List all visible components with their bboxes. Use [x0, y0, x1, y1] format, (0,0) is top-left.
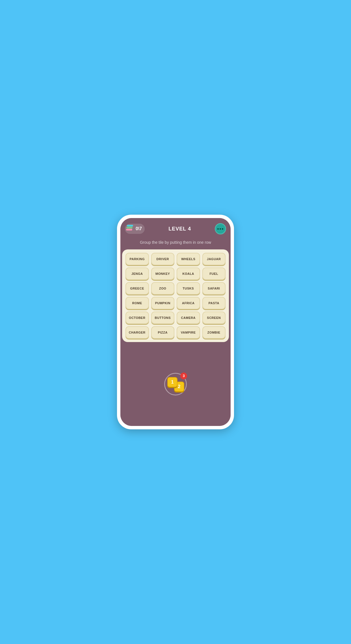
- tile-october[interactable]: OCTOBER: [125, 312, 149, 324]
- dot-1: [217, 228, 219, 230]
- tile-zoo[interactable]: ZOO: [151, 282, 175, 295]
- tile-safari[interactable]: SAFARI: [202, 282, 226, 295]
- tile-rome[interactable]: ROME: [125, 297, 149, 309]
- dot-2: [220, 228, 221, 230]
- tile-screen[interactable]: SCREEN: [202, 312, 226, 324]
- tile-koala[interactable]: KOALA: [177, 267, 200, 280]
- tile-greece[interactable]: GREECE: [125, 282, 149, 295]
- level-title: LEVEL 4: [168, 226, 191, 232]
- score-circle: 1 2 3: [164, 373, 187, 395]
- score-badge: 0\7: [125, 224, 145, 234]
- layers-icon: [126, 225, 134, 233]
- instruction-text: Group the tile by putting them in one ro…: [120, 237, 231, 249]
- tile-pumpkin[interactable]: PUMPKIN: [151, 297, 175, 309]
- tile-zombie[interactable]: ZOMBIE: [202, 326, 226, 339]
- mini-tile-1: 1: [167, 377, 177, 387]
- tile-fuel[interactable]: FUEL: [202, 267, 226, 280]
- tile-jenga[interactable]: JENGA: [125, 267, 149, 280]
- tile-driver[interactable]: DRIVER: [151, 253, 175, 265]
- tile-wheels[interactable]: WHEELS: [177, 253, 200, 265]
- tile-pasta[interactable]: PASTA: [202, 297, 226, 309]
- phone-frame: 0\7 LEVEL 4 Group the tile by putting th…: [117, 215, 234, 429]
- tile-monkey[interactable]: MONKEY: [151, 267, 175, 280]
- tile-africa[interactable]: AFRICA: [177, 297, 200, 309]
- bottom-area: 1 2 3: [120, 342, 231, 426]
- tile-pizza[interactable]: PIZZA: [151, 326, 175, 339]
- tile-parking[interactable]: PARKING: [125, 253, 149, 265]
- tile-grid: PARKINGDRIVERWHEELSJAGUARJENGAMONKEYKOAL…: [122, 249, 229, 342]
- header: 0\7 LEVEL 4: [120, 218, 231, 237]
- score-display: 0\7: [136, 226, 142, 231]
- score-tiles-container: 1 2 3: [164, 373, 187, 395]
- dot-3: [222, 228, 223, 230]
- tile-tusks[interactable]: TUSKS: [177, 282, 200, 295]
- menu-button[interactable]: [215, 223, 226, 234]
- tile-jaguar[interactable]: JAGUAR: [202, 253, 226, 265]
- phone-inner: 0\7 LEVEL 4 Group the tile by putting th…: [120, 218, 231, 426]
- tile-vampire[interactable]: VAMPIRE: [177, 326, 200, 339]
- tile-buttons[interactable]: BUTTONS: [151, 312, 175, 324]
- tile-camera[interactable]: CAMERA: [177, 312, 200, 324]
- tile-charger[interactable]: CHARGER: [125, 326, 149, 339]
- badge-count: 3: [180, 373, 187, 379]
